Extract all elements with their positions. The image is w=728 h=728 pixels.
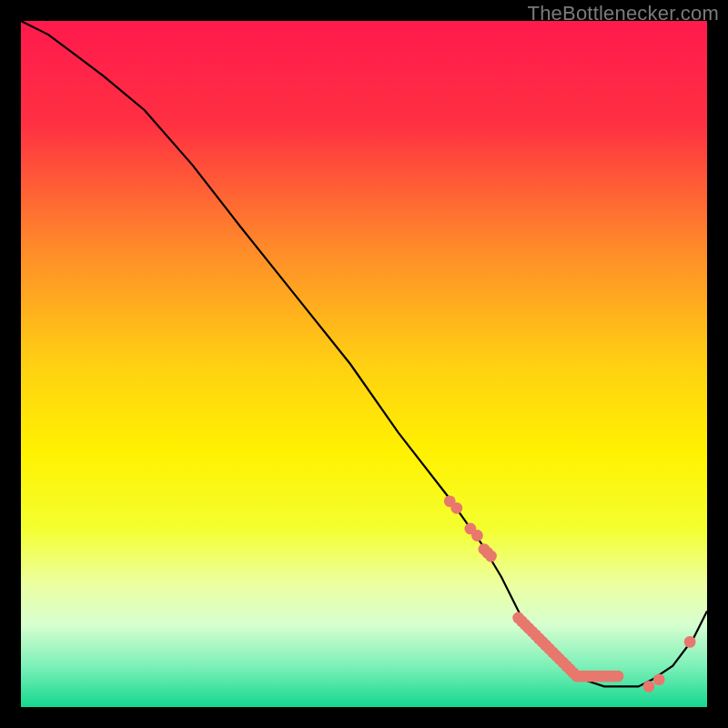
background-gradient — [21, 21, 707, 707]
plot-area — [21, 21, 707, 707]
watermark-text: TheBottlenecker.com — [528, 2, 719, 25]
chart-container: TheBottlenecker.com — [0, 0, 728, 728]
svg-rect-0 — [21, 21, 707, 707]
